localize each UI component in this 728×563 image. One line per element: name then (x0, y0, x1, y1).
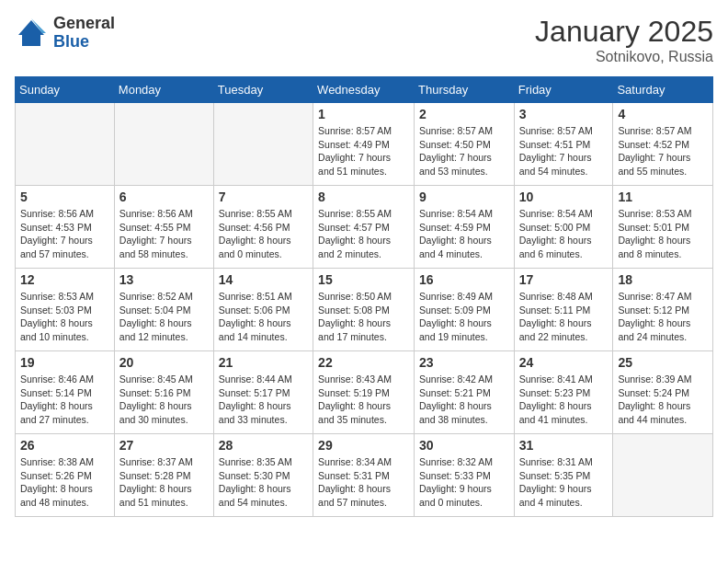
calendar-cell (213, 103, 313, 186)
calendar-cell: 4Sunrise: 8:57 AM Sunset: 4:52 PM Daylig… (613, 103, 713, 186)
day-info: Sunrise: 8:52 AM Sunset: 5:04 PM Dayligh… (119, 290, 209, 344)
calendar-header-row: SundayMondayTuesdayWednesdayThursdayFrid… (16, 77, 713, 103)
day-number: 2 (419, 107, 509, 121)
day-number: 16 (419, 272, 509, 287)
calendar-header-thursday: Thursday (415, 77, 515, 103)
day-info: Sunrise: 8:53 AM Sunset: 5:03 PM Dayligh… (20, 290, 109, 344)
logo-icon (15, 17, 48, 50)
page-header: General Blue January 2025 Sotnikovo, Rus… (15, 15, 713, 65)
calendar-week-row: 12Sunrise: 8:53 AM Sunset: 5:03 PM Dayli… (16, 269, 713, 351)
day-info: Sunrise: 8:42 AM Sunset: 5:21 PM Dayligh… (419, 373, 509, 427)
day-info: Sunrise: 8:56 AM Sunset: 4:53 PM Dayligh… (20, 207, 109, 261)
day-info: Sunrise: 8:44 AM Sunset: 5:17 PM Dayligh… (219, 373, 308, 427)
calendar-week-row: 26Sunrise: 8:38 AM Sunset: 5:26 PM Dayli… (16, 434, 713, 517)
day-info: Sunrise: 8:34 AM Sunset: 5:31 PM Dayligh… (318, 455, 409, 510)
calendar-cell: 15Sunrise: 8:50 AM Sunset: 5:08 PM Dayli… (313, 269, 415, 351)
calendar-cell: 12Sunrise: 8:53 AM Sunset: 5:03 PM Dayli… (16, 269, 115, 351)
day-number: 29 (318, 438, 409, 453)
calendar-cell: 30Sunrise: 8:32 AM Sunset: 5:33 PM Dayli… (415, 434, 515, 517)
day-number: 28 (219, 438, 308, 453)
day-info: Sunrise: 8:49 AM Sunset: 5:09 PM Dayligh… (419, 290, 509, 344)
day-info: Sunrise: 8:37 AM Sunset: 5:28 PM Dayligh… (119, 455, 209, 510)
day-info: Sunrise: 8:57 AM Sunset: 4:49 PM Dayligh… (318, 124, 409, 178)
calendar-table: SundayMondayTuesdayWednesdayThursdayFrid… (15, 76, 713, 517)
calendar-cell (613, 434, 713, 517)
day-number: 3 (519, 107, 609, 121)
day-number: 27 (119, 438, 209, 453)
calendar-cell: 2Sunrise: 8:57 AM Sunset: 4:50 PM Daylig… (415, 103, 515, 186)
calendar-cell (16, 103, 115, 186)
calendar-cell: 24Sunrise: 8:41 AM Sunset: 5:23 PM Dayli… (514, 351, 613, 434)
day-info: Sunrise: 8:32 AM Sunset: 5:33 PM Dayligh… (419, 455, 509, 510)
day-number: 14 (219, 272, 308, 287)
day-info: Sunrise: 8:55 AM Sunset: 4:57 PM Dayligh… (318, 207, 409, 261)
day-number: 12 (20, 272, 109, 287)
day-number: 21 (219, 355, 308, 370)
month-title: January 2025 (535, 15, 713, 49)
day-info: Sunrise: 8:43 AM Sunset: 5:19 PM Dayligh… (318, 373, 409, 427)
title-block: January 2025 Sotnikovo, Russia (535, 15, 713, 65)
calendar-cell: 20Sunrise: 8:45 AM Sunset: 5:16 PM Dayli… (114, 351, 213, 434)
calendar-cell: 17Sunrise: 8:48 AM Sunset: 5:11 PM Dayli… (514, 269, 613, 351)
calendar-cell: 23Sunrise: 8:42 AM Sunset: 5:21 PM Dayli… (415, 351, 515, 434)
calendar-header-saturday: Saturday (613, 77, 713, 103)
day-number: 6 (119, 190, 209, 204)
calendar-cell: 14Sunrise: 8:51 AM Sunset: 5:06 PM Dayli… (213, 269, 313, 351)
calendar-header-tuesday: Tuesday (213, 77, 313, 103)
day-number: 11 (618, 190, 708, 204)
day-number: 15 (318, 272, 409, 287)
day-info: Sunrise: 8:48 AM Sunset: 5:11 PM Dayligh… (519, 290, 609, 344)
day-number: 22 (318, 355, 409, 370)
calendar-cell: 29Sunrise: 8:34 AM Sunset: 5:31 PM Dayli… (313, 434, 415, 517)
day-number: 4 (618, 107, 708, 121)
day-info: Sunrise: 8:53 AM Sunset: 5:01 PM Dayligh… (618, 207, 708, 261)
day-info: Sunrise: 8:51 AM Sunset: 5:06 PM Dayligh… (219, 290, 308, 344)
day-info: Sunrise: 8:50 AM Sunset: 5:08 PM Dayligh… (318, 290, 409, 344)
day-info: Sunrise: 8:45 AM Sunset: 5:16 PM Dayligh… (119, 373, 209, 427)
day-number: 7 (219, 190, 308, 204)
day-info: Sunrise: 8:35 AM Sunset: 5:30 PM Dayligh… (219, 455, 308, 510)
day-info: Sunrise: 8:57 AM Sunset: 4:50 PM Dayligh… (419, 124, 509, 178)
day-number: 20 (119, 355, 209, 370)
location-subtitle: Sotnikovo, Russia (535, 49, 713, 65)
day-info: Sunrise: 8:55 AM Sunset: 4:56 PM Dayligh… (219, 207, 308, 261)
day-number: 19 (20, 355, 109, 370)
calendar-cell: 21Sunrise: 8:44 AM Sunset: 5:17 PM Dayli… (213, 351, 313, 434)
day-info: Sunrise: 8:54 AM Sunset: 5:00 PM Dayligh… (519, 207, 609, 261)
day-info: Sunrise: 8:56 AM Sunset: 4:55 PM Dayligh… (119, 207, 209, 261)
calendar-cell: 6Sunrise: 8:56 AM Sunset: 4:55 PM Daylig… (114, 186, 213, 269)
day-number: 18 (618, 272, 708, 287)
calendar-week-row: 5Sunrise: 8:56 AM Sunset: 4:53 PM Daylig… (16, 186, 713, 269)
day-info: Sunrise: 8:41 AM Sunset: 5:23 PM Dayligh… (519, 373, 609, 427)
day-number: 10 (519, 190, 609, 204)
calendar-header-monday: Monday (114, 77, 213, 103)
calendar-cell: 8Sunrise: 8:55 AM Sunset: 4:57 PM Daylig… (313, 186, 415, 269)
day-number: 1 (318, 107, 409, 121)
logo-blue-text: Blue (53, 33, 115, 52)
calendar-cell: 22Sunrise: 8:43 AM Sunset: 5:19 PM Dayli… (313, 351, 415, 434)
day-number: 26 (20, 438, 109, 453)
calendar-cell: 13Sunrise: 8:52 AM Sunset: 5:04 PM Dayli… (114, 269, 213, 351)
calendar-cell: 5Sunrise: 8:56 AM Sunset: 4:53 PM Daylig… (16, 186, 115, 269)
calendar-header-friday: Friday (514, 77, 613, 103)
calendar-cell: 28Sunrise: 8:35 AM Sunset: 5:30 PM Dayli… (213, 434, 313, 517)
calendar-cell: 11Sunrise: 8:53 AM Sunset: 5:01 PM Dayli… (613, 186, 713, 269)
day-number: 5 (20, 190, 109, 204)
day-info: Sunrise: 8:31 AM Sunset: 5:35 PM Dayligh… (519, 455, 609, 510)
day-number: 13 (119, 272, 209, 287)
calendar-cell: 26Sunrise: 8:38 AM Sunset: 5:26 PM Dayli… (16, 434, 115, 517)
calendar-header-wednesday: Wednesday (313, 77, 415, 103)
day-info: Sunrise: 8:57 AM Sunset: 4:51 PM Dayligh… (519, 124, 609, 178)
calendar-cell: 19Sunrise: 8:46 AM Sunset: 5:14 PM Dayli… (16, 351, 115, 434)
calendar-cell: 10Sunrise: 8:54 AM Sunset: 5:00 PM Dayli… (514, 186, 613, 269)
day-info: Sunrise: 8:57 AM Sunset: 4:52 PM Dayligh… (618, 124, 708, 178)
day-info: Sunrise: 8:54 AM Sunset: 4:59 PM Dayligh… (419, 207, 509, 261)
calendar-cell: 16Sunrise: 8:49 AM Sunset: 5:09 PM Dayli… (415, 269, 515, 351)
svg-marker-0 (18, 20, 44, 46)
calendar-week-row: 1Sunrise: 8:57 AM Sunset: 4:49 PM Daylig… (16, 103, 713, 186)
day-number: 30 (419, 438, 509, 453)
day-number: 23 (419, 355, 509, 370)
day-number: 25 (618, 355, 708, 370)
calendar-cell: 31Sunrise: 8:31 AM Sunset: 5:35 PM Dayli… (514, 434, 613, 517)
calendar-cell: 18Sunrise: 8:47 AM Sunset: 5:12 PM Dayli… (613, 269, 713, 351)
